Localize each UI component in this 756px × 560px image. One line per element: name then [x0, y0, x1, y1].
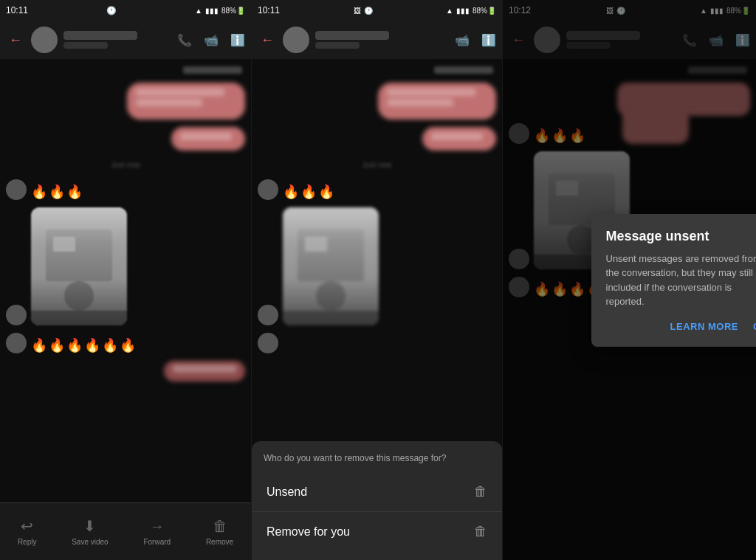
dialog-body: Unsent messages are removed from the con… [606, 252, 757, 309]
emoji-msg-2: 🔥🔥🔥🔥🔥🔥 [6, 333, 245, 353]
status-icons-1: ▲ ▮▮▮ 88%🔋 [195, 7, 245, 15]
svg-rect-2 [53, 237, 75, 252]
timestamp-1: Just now [6, 161, 245, 169]
back-button-1[interactable]: ← [6, 30, 25, 51]
svg-rect-1 [46, 229, 112, 281]
sender-avatar-p2-2 [258, 333, 278, 353]
contact-info-1 [63, 31, 171, 49]
bubble-sent-p2-1 [378, 83, 496, 120]
img-msg-row-1 [6, 207, 245, 325]
contact-info-2 [315, 31, 449, 49]
msg-sent-2 [6, 127, 245, 151]
status-bar-1: 10:11 🕐 ▲ ▮▮▮ 88%🔋 [0, 0, 251, 21]
svg-rect-6 [298, 229, 364, 281]
nav-action-icons-2: 📹 ℹ️ [455, 33, 496, 47]
name-label-row-2 [258, 65, 496, 75]
forward-icon: → [150, 518, 165, 535]
svg-point-3 [64, 281, 94, 311]
timestamp-2: Just now [258, 161, 496, 169]
contact-status-blur-2 [315, 42, 360, 49]
remove-message-sheet: Who do you want to remove this message f… [252, 441, 502, 560]
sheet-title: Who do you want to remove this message f… [252, 450, 502, 472]
remove-action[interactable]: 🗑 Remove [206, 518, 233, 546]
app-container: 10:11 🕐 ▲ ▮▮▮ 88%🔋 ← 📞 📹 ℹ️ [0, 0, 756, 560]
svg-rect-9 [283, 311, 379, 325]
alarm-icon-2: 🕐 [364, 7, 373, 15]
nav-bar-2: ← 📹 ℹ️ [252, 21, 502, 59]
battery-icon-2: 88%🔋 [472, 7, 496, 15]
reply-icon: ↩ [21, 517, 33, 535]
status-alarm-icon-1: 🕐 [106, 6, 117, 15]
emoji-row-1: 🔥🔥🔥 [31, 184, 83, 200]
info-icon-2[interactable]: ℹ️ [481, 33, 496, 47]
dialog-buttons: LEARN MORE OK [606, 321, 757, 332]
signal-icon-1: ▮▮▮ [205, 7, 219, 15]
panel-messenger-2: 10:11 🖼 🕐 ▲ ▮▮▮ 88%🔋 ← 📹 ℹ️ [251, 0, 502, 560]
remove-icon: 🗑 [213, 518, 227, 535]
status-bar-2: 10:11 🖼 🕐 ▲ ▮▮▮ 88%🔋 [252, 0, 502, 21]
unsend-option[interactable]: Unsend 🗑 [252, 472, 502, 512]
nav-action-icons-1: 📞 📹 ℹ️ [177, 33, 245, 47]
svg-rect-7 [305, 237, 327, 252]
bubble-sent-2 [171, 127, 245, 151]
forward-label: Forward [143, 538, 171, 546]
unsent-msg-1 [6, 361, 245, 381]
img-msg-row-2 [258, 207, 496, 325]
emoji-row-p2-1: 🔥🔥🔥 [283, 184, 334, 200]
battery-icon-1: 88%🔋 [221, 7, 245, 15]
signal-icon-2: ▮▮▮ [456, 7, 470, 15]
contact-name-blur-2 [315, 31, 389, 40]
info-icon-1[interactable]: ℹ️ [230, 33, 245, 47]
wifi-icon-1: ▲ [195, 7, 202, 15]
status-time-1: 10:11 [6, 5, 28, 15]
back-button-2[interactable]: ← [258, 30, 277, 51]
sender-avatar-img-2 [258, 305, 278, 325]
ok-button[interactable]: OK [753, 321, 756, 332]
reply-action[interactable]: ↩ Reply [18, 517, 37, 546]
photo-icon-2: 🖼 [354, 7, 361, 15]
save-video-action[interactable]: ⬇ Save video [72, 517, 108, 546]
message-unsent-dialog: Message unsent Unsent messages are remov… [591, 214, 757, 347]
sender-avatar-2 [6, 333, 27, 353]
status-time-2: 10:11 [258, 5, 280, 15]
remove-for-you-icon: 🗑 [474, 524, 487, 539]
svg-rect-0 [31, 207, 127, 325]
panel-messenger-3: 10:12 🖼 🕐 ▲ ▮▮▮ 88%🔋 ← 📞 📹 ℹ️ [502, 0, 756, 560]
sender-avatar-1 [6, 179, 27, 200]
msg-sent-1 [6, 83, 245, 120]
bubble-sent-1 [127, 83, 245, 120]
remove-for-you-option[interactable]: Remove for you 🗑 [252, 512, 502, 551]
chat-content-1: Just now 🔥🔥🔥 [0, 59, 251, 501]
msg-sent-p2-1 [258, 83, 496, 120]
contact-avatar-2 [283, 27, 309, 53]
contact-name-blur-1 [63, 31, 137, 40]
status-icons-2: ▲ ▮▮▮ 88%🔋 [446, 7, 496, 15]
emoji-row-2: 🔥🔥🔥🔥🔥🔥 [31, 337, 136, 353]
remove-label: Remove [206, 538, 233, 546]
svg-rect-4 [31, 311, 127, 325]
save-video-icon: ⬇ [83, 517, 96, 535]
video-icon-1[interactable]: 📹 [204, 33, 219, 47]
image-message-2 [283, 207, 379, 325]
emoji-msg-1: 🔥🔥🔥 [6, 179, 245, 200]
forward-action[interactable]: → Forward [143, 518, 171, 546]
sender-avatar-img-1 [6, 305, 27, 325]
unsend-icon: 🗑 [474, 484, 487, 499]
contact-status-blur-1 [63, 42, 108, 49]
video-icon-2[interactable]: 📹 [455, 33, 470, 47]
unsend-label: Unsend [267, 485, 307, 499]
contact-avatar-1 [31, 27, 58, 53]
panel-messenger-1: 10:11 🕐 ▲ ▮▮▮ 88%🔋 ← 📞 📹 ℹ️ [0, 0, 251, 560]
wifi-icon-2: ▲ [446, 7, 453, 15]
emoji-msg-p2-1: 🔥🔥🔥 [258, 179, 496, 200]
image-message-1 [31, 207, 127, 325]
sender-avatar-p2-1 [258, 179, 278, 200]
msg-sent-p2-2 [258, 127, 496, 151]
svg-rect-5 [283, 207, 379, 325]
dialog-title: Message unsent [606, 229, 757, 244]
svg-point-8 [316, 281, 346, 311]
learn-more-button[interactable]: LEARN MORE [670, 321, 738, 332]
remove-for-you-label: Remove for you [267, 525, 350, 539]
phone-icon-1[interactable]: 📞 [177, 33, 192, 47]
save-video-label: Save video [72, 538, 108, 546]
